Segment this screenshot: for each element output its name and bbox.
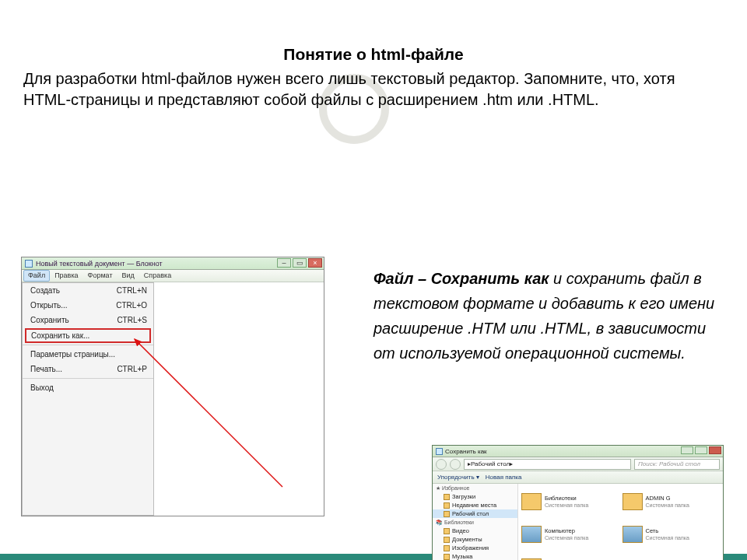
- notepad-title: Новый текстовый документ — Блокнот: [36, 260, 163, 268]
- save-navbar: ▸ Рабочий стол ▸ Поиск: Рабочий стол: [433, 457, 723, 471]
- notepad-editor-area: [154, 282, 324, 516]
- menu-help[interactable]: Справка: [139, 270, 176, 282]
- minimize-button[interactable]: [681, 446, 693, 454]
- doc-icon: [25, 260, 33, 268]
- menu-view[interactable]: Вид: [117, 270, 139, 282]
- list-item[interactable]: СетьСистемная папка: [622, 520, 721, 549]
- menu-item-page-setup[interactable]: Параметры страницы...: [23, 347, 153, 362]
- notepad-menubar: Файл Правка Формат Вид Справка: [22, 270, 324, 282]
- instruction-text: Файл – Сохранить как и сохранить файл в …: [374, 266, 716, 366]
- intro-text: Для разработки html-файлов нужен всего л…: [0, 64, 747, 110]
- list-item[interactable]: КомпьютерСистемная папка: [521, 520, 619, 549]
- close-button[interactable]: ×: [308, 258, 322, 268]
- new-folder-button[interactable]: Новая папка: [486, 474, 522, 481]
- sidebar-item-recent[interactable]: Недавние места: [433, 501, 517, 509]
- nav-fwd-button[interactable]: [450, 459, 461, 470]
- save-titlebar: Сохранить как: [433, 446, 723, 457]
- file-menu-dropdown: СоздатьCTRL+N Открыть...CTRL+O Сохранить…: [22, 282, 154, 516]
- menu-item-exit[interactable]: Выход: [23, 380, 153, 395]
- window-buttons: – ▭ ×: [277, 258, 322, 268]
- sidebar-item-video[interactable]: Видео: [433, 527, 517, 535]
- notepad-window: Новый текстовый документ — Блокнот – ▭ ×…: [21, 257, 324, 516]
- menu-edit[interactable]: Правка: [50, 270, 82, 282]
- close-button[interactable]: [709, 446, 721, 454]
- save-sidebar: ★ Избранное Загрузки Недавние места Рабо…: [433, 484, 518, 560]
- menu-format[interactable]: Формат: [83, 270, 117, 282]
- notepad-titlebar: Новый текстовый документ — Блокнот – ▭ ×: [22, 257, 324, 270]
- save-dialog: Сохранить как ▸ Рабочий стол ▸ Поиск: Ра…: [432, 445, 724, 560]
- path-field[interactable]: ▸ Рабочий стол ▸: [464, 459, 631, 470]
- search-field[interactable]: Поиск: Рабочий стол: [634, 459, 720, 470]
- page-title: Понятие о html-файле: [0, 0, 747, 64]
- sidebar-libraries-header: 📚 Библиотеки: [433, 518, 517, 527]
- list-item[interactable]: Новая папкаПапка с файлами: [521, 552, 619, 560]
- sidebar-favorites-header: ★ Избранное: [433, 484, 517, 492]
- menu-item-print[interactable]: Печать...CTRL+P: [23, 362, 153, 376]
- sidebar-item-desktop[interactable]: Рабочий стол: [433, 509, 517, 518]
- window-buttons: [681, 446, 721, 454]
- maximize-button[interactable]: ▭: [293, 258, 307, 268]
- instruction-bold: Файл – Сохранить как: [374, 270, 549, 287]
- list-item[interactable]: БиблиотекиСистемная папка: [521, 487, 619, 516]
- list-item[interactable]: ADMIN GСистемная папка: [622, 487, 721, 516]
- menu-item-new[interactable]: СоздатьCTRL+N: [23, 283, 153, 298]
- menu-file[interactable]: Файл: [23, 270, 50, 282]
- sidebar-item-music[interactable]: Музыка: [433, 552, 517, 560]
- sidebar-item-downloads[interactable]: Загрузки: [433, 492, 517, 501]
- organize-button[interactable]: Упорядочить ▾: [437, 474, 479, 481]
- menu-item-save-as[interactable]: Сохранить как...: [25, 328, 151, 343]
- maximize-button[interactable]: [695, 446, 707, 454]
- sidebar-item-documents[interactable]: Документы: [433, 535, 517, 544]
- minimize-button[interactable]: –: [277, 258, 291, 268]
- save-file-list: БиблиотекиСистемная папка ADMIN GСистемн…: [518, 484, 723, 560]
- menu-item-save[interactable]: СохранитьCTRL+S: [23, 313, 153, 327]
- nav-back-button[interactable]: [436, 459, 447, 470]
- save-title: Сохранить как: [445, 448, 487, 455]
- sidebar-item-images[interactable]: Изображения: [433, 544, 517, 552]
- menu-item-open[interactable]: Открыть...CTRL+O: [23, 298, 153, 313]
- save-toolbar: Упорядочить ▾ Новая папка: [433, 471, 723, 484]
- doc-icon: [436, 448, 443, 455]
